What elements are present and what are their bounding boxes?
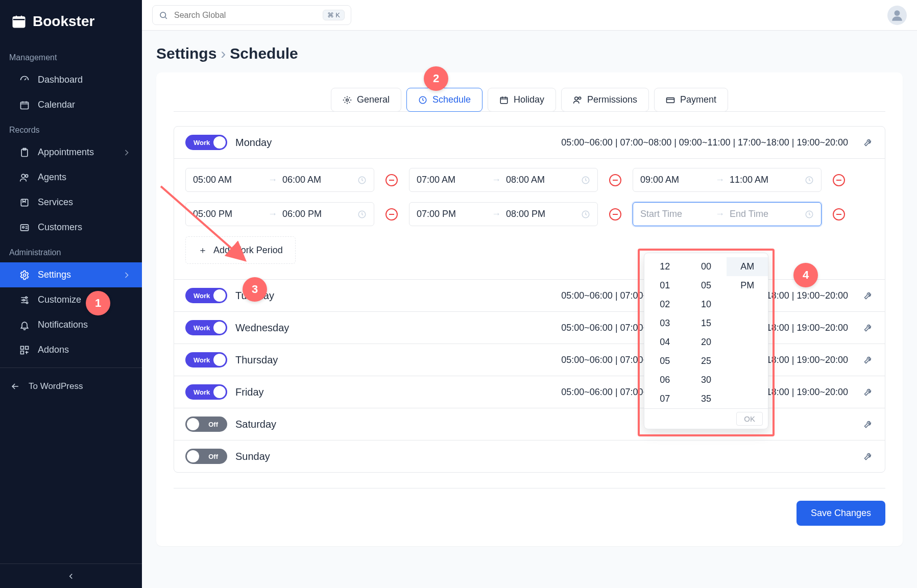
- work-toggle[interactable]: Work: [185, 135, 227, 150]
- tp-hour[interactable]: 07: [644, 389, 686, 408]
- time-range-input-empty[interactable]: Start Time → End Time: [633, 202, 822, 226]
- schedule-list: Work Monday 05:00~06:00 | 07:00~08:00 | …: [174, 126, 885, 473]
- edit-day-button[interactable]: [863, 354, 874, 366]
- save-changes-button[interactable]: Save Changes: [797, 501, 885, 526]
- grid-plus-icon: [19, 345, 30, 355]
- breadcrumb-current: Schedule: [230, 45, 298, 62]
- breadcrumb: Settings › Schedule: [142, 31, 917, 72]
- remove-period-button[interactable]: [609, 208, 621, 220]
- nav-heading-records: Records: [0, 117, 142, 140]
- edit-day-button[interactable]: [863, 137, 874, 149]
- calendar-icon: [499, 95, 509, 105]
- edit-day-button[interactable]: [863, 290, 874, 302]
- svg-point-4: [26, 175, 28, 177]
- svg-point-11: [26, 302, 28, 303]
- remove-period-button[interactable]: [833, 174, 845, 186]
- divider: [0, 368, 142, 368]
- day-name: Monday: [235, 137, 272, 149]
- sidebar: Bookster Management Dashboard Calendar R…: [0, 0, 142, 588]
- sidebar-collapse-button[interactable]: [0, 564, 142, 588]
- wrench-icon: [863, 451, 874, 461]
- sidebar-item-services[interactable]: Services: [0, 190, 142, 215]
- tp-hour[interactable]: 04: [644, 333, 686, 352]
- calendar-icon: [19, 100, 30, 110]
- sidebar-item-notifications[interactable]: Notifications: [0, 312, 142, 337]
- card-icon: [666, 95, 675, 105]
- tab-permissions[interactable]: Permissions: [561, 88, 649, 112]
- topbar: ⌘ K: [142, 0, 917, 31]
- day-row-friday[interactable]: Work Friday 05:00~06:00 | 07:00~08:00 | …: [174, 376, 885, 408]
- sidebar-item-label: Services: [38, 197, 73, 208]
- tp-minute[interactable]: 25: [686, 352, 727, 371]
- sidebar-item-appointments[interactable]: Appointments: [0, 140, 142, 165]
- day-row-monday[interactable]: Work Monday 05:00~06:00 | 07:00~08:00 | …: [174, 127, 885, 159]
- sidebar-item-dashboard[interactable]: Dashboard: [0, 67, 142, 92]
- global-search[interactable]: ⌘ K: [152, 5, 351, 25]
- bookmark-icon: [19, 198, 30, 208]
- tp-hour[interactable]: 06: [644, 371, 686, 389]
- tp-minute[interactable]: 30: [686, 371, 727, 389]
- tp-minute[interactable]: 15: [686, 314, 727, 333]
- edit-day-button[interactable]: [863, 419, 874, 430]
- card-footer: Save Changes: [174, 488, 885, 526]
- day-row-tuesday[interactable]: Work Tuesday 05:00~06:00 | 07:00~08:00 |…: [174, 280, 885, 312]
- tp-ampm-pm[interactable]: PM: [727, 276, 768, 295]
- sidebar-item-agents[interactable]: Agents: [0, 165, 142, 190]
- tp-hour[interactable]: 02: [644, 295, 686, 314]
- back-label: To WordPress: [29, 381, 83, 391]
- tp-minute[interactable]: 05: [686, 276, 727, 295]
- tab-label: Holiday: [514, 94, 544, 105]
- avatar[interactable]: [887, 6, 907, 25]
- work-toggle[interactable]: Work: [185, 320, 227, 335]
- day-name: Wednesday: [235, 322, 289, 334]
- work-toggle[interactable]: Work: [185, 352, 227, 368]
- tp-minute[interactable]: 00: [686, 257, 727, 276]
- sidebar-item-customers[interactable]: Customers: [0, 215, 142, 240]
- tp-minute[interactable]: 20: [686, 333, 727, 352]
- work-toggle[interactable]: Off: [185, 449, 227, 464]
- time-range-input[interactable]: 07:00 PM → 08:00 PM: [409, 202, 598, 226]
- sidebar-item-addons[interactable]: Addons: [0, 337, 142, 362]
- edit-day-button[interactable]: [863, 451, 874, 462]
- tp-hour[interactable]: 05: [644, 352, 686, 371]
- period-row: 05:00 PM → 06:00 PM 07:00 PM → 08:00 PM: [185, 202, 874, 226]
- work-toggle[interactable]: Off: [185, 416, 227, 432]
- time-range-input[interactable]: 07:00 AM → 08:00 AM: [409, 168, 598, 192]
- search-input[interactable]: [173, 10, 318, 20]
- tab-schedule[interactable]: Schedule: [406, 88, 482, 112]
- day-row-sunday[interactable]: Off Sunday: [174, 440, 885, 472]
- tp-hour[interactable]: 01: [644, 276, 686, 295]
- tp-minute[interactable]: 35: [686, 389, 727, 408]
- nav-heading-management: Management: [0, 45, 142, 67]
- tp-minute[interactable]: 10: [686, 295, 727, 314]
- svg-point-16: [895, 10, 900, 16]
- remove-period-button[interactable]: [609, 174, 621, 186]
- search-shortcut: ⌘ K: [323, 10, 345, 20]
- time-picker-ok-button[interactable]: OK: [736, 412, 763, 426]
- sidebar-item-customize[interactable]: Customize: [0, 287, 142, 312]
- day-row-wednesday[interactable]: Work Wednesday 05:00~06:00 | 07:00~08:00…: [174, 312, 885, 344]
- edit-day-button[interactable]: [863, 386, 874, 398]
- sidebar-item-calendar[interactable]: Calendar: [0, 92, 142, 117]
- sidebar-item-label: Notifications: [38, 320, 88, 330]
- time-range-input[interactable]: 09:00 AM → 11:00 AM: [633, 168, 822, 192]
- day-row-saturday[interactable]: Off Saturday: [174, 408, 885, 440]
- tab-general[interactable]: General: [331, 88, 401, 112]
- remove-period-button[interactable]: [385, 174, 398, 186]
- tab-payment[interactable]: Payment: [654, 88, 728, 112]
- svg-point-15: [160, 12, 166, 18]
- remove-period-button[interactable]: [833, 208, 845, 220]
- breadcrumb-parent[interactable]: Settings: [156, 45, 216, 62]
- sidebar-item-settings[interactable]: Settings: [0, 262, 142, 287]
- clock-icon: [357, 210, 367, 219]
- tab-holiday[interactable]: Holiday: [488, 88, 556, 112]
- tp-ampm-am[interactable]: AM: [727, 257, 768, 276]
- work-toggle[interactable]: Work: [185, 384, 227, 400]
- day-row-thursday[interactable]: Work Thursday 05:00~06:00 | 07:00~08:00 …: [174, 344, 885, 376]
- work-toggle[interactable]: Work: [185, 288, 227, 303]
- edit-day-button[interactable]: [863, 322, 874, 334]
- tp-hour[interactable]: 03: [644, 314, 686, 333]
- remove-period-button[interactable]: [385, 208, 398, 220]
- tp-hour[interactable]: 12: [644, 257, 686, 276]
- sidebar-item-back-wordpress[interactable]: To WordPress: [0, 373, 142, 400]
